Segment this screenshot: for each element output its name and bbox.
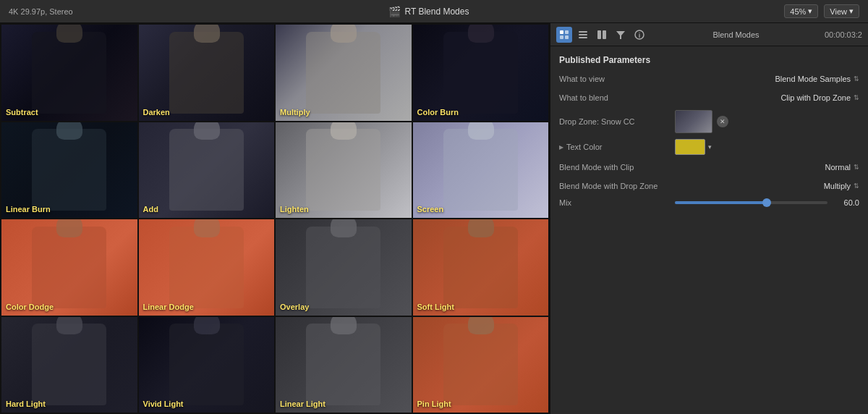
inspector-content: Published Parameters What to view Blend … xyxy=(550,46,868,414)
film-icon: 🎬 xyxy=(388,6,401,17)
video-cell-12[interactable]: Hard Light xyxy=(1,317,137,413)
mix-label: Mix xyxy=(559,198,675,207)
main-content: Subtract Darken Multiply xyxy=(0,23,868,414)
svg-rect-1 xyxy=(565,30,569,34)
video-cell-14[interactable]: Linear Light xyxy=(276,317,412,413)
dropdown-arrow-blend: ⇅ xyxy=(854,94,859,101)
param-label-view: What to view xyxy=(559,75,675,83)
cell-label-1: Darken xyxy=(143,108,170,117)
svg-rect-4 xyxy=(579,31,587,33)
title-section: 🎬 RT Blend Modes xyxy=(388,6,469,17)
inspector-icon-info[interactable]: i xyxy=(631,27,647,43)
drop-zone-label: Drop Zone: Snow CC xyxy=(559,117,675,126)
video-cell-10[interactable]: Overlay xyxy=(276,219,412,316)
cell-label-14: Linear Light xyxy=(280,400,326,408)
cell-label-9: Linear Dodge xyxy=(143,303,194,311)
cell-label-10: Overlay xyxy=(280,303,309,311)
project-title: RT Blend Modes xyxy=(405,7,469,17)
mix-slider-fill xyxy=(675,201,767,204)
video-cell-0[interactable]: Subtract xyxy=(1,25,137,121)
color-control: ▾ xyxy=(675,139,712,155)
param-value-blend[interactable]: Clip with Drop Zone ⇅ xyxy=(675,93,859,102)
cell-label-6: Lighten xyxy=(280,205,309,214)
top-bar: 4K 29.97p, Stereo 🎬 RT Blend Modes 45% ▾… xyxy=(0,0,868,23)
cell-label-13: Vivid Light xyxy=(143,400,184,408)
param-value-blend-dropzone[interactable]: Multiply ⇅ xyxy=(675,182,859,190)
svg-marker-9 xyxy=(616,31,625,39)
video-cell-8[interactable]: Color Dodge xyxy=(1,219,137,316)
cell-label-15: Pin Light xyxy=(417,400,451,408)
mix-value: 60.0 xyxy=(833,198,859,207)
inspector-icon-grid[interactable] xyxy=(594,27,610,43)
dropdown-arrow-view: ⇅ xyxy=(854,75,859,83)
param-value-blend-clip[interactable]: Normal ⇅ xyxy=(675,163,859,172)
svg-rect-8 xyxy=(603,30,606,39)
mix-row: Mix 60.0 xyxy=(550,195,868,210)
param-row-blend-dropzone: Blend Mode with Drop Zone Multiply ⇅ xyxy=(550,177,868,195)
dropdown-arrow-blend-dropzone: ⇅ xyxy=(854,182,859,190)
video-cell-3[interactable]: Color Burn xyxy=(413,25,549,121)
video-cell-4[interactable]: Linear Burn xyxy=(1,122,137,219)
text-color-label: ▶ Text Color xyxy=(559,143,675,151)
svg-text:i: i xyxy=(639,32,641,39)
inspector-icon-active[interactable] xyxy=(556,27,572,43)
inspector-toolbar: i Blend Modes 00:00:03:2 xyxy=(550,23,868,46)
inspector-icon-list[interactable] xyxy=(575,27,591,43)
video-cell-1[interactable]: Darken xyxy=(139,25,275,121)
cell-label-4: Linear Burn xyxy=(6,205,51,214)
video-grid: Subtract Darken Multiply xyxy=(0,23,550,414)
param-value-view[interactable]: Blend Mode Samples ⇅ xyxy=(675,75,859,83)
cell-label-2: Multiply xyxy=(280,108,310,117)
inspector-icons: i xyxy=(556,27,647,43)
cell-label-3: Color Burn xyxy=(417,108,459,117)
inspector-icon-filter[interactable] xyxy=(613,27,629,43)
drop-zone-thumbnail[interactable] xyxy=(675,110,712,133)
section-header: Published Parameters xyxy=(550,52,868,69)
top-bar-right: 45% ▾ View ▾ xyxy=(784,4,859,18)
svg-rect-3 xyxy=(565,35,569,39)
video-cell-6[interactable]: Lighten xyxy=(276,122,412,219)
cell-label-5: Add xyxy=(143,205,158,214)
mix-slider-container: 60.0 xyxy=(675,198,859,207)
zoom-button[interactable]: 45% ▾ xyxy=(784,4,818,18)
video-cell-5[interactable]: Add xyxy=(139,122,275,219)
mix-slider-track[interactable] xyxy=(675,201,827,204)
cell-label-12: Hard Light xyxy=(6,400,46,408)
color-swatch[interactable] xyxy=(675,139,705,155)
inspector-time: 00:00:03:2 xyxy=(825,30,862,39)
param-row-what-to-blend: What to blend Clip with Drop Zone ⇅ xyxy=(550,88,868,107)
drop-zone-controls: ✕ xyxy=(675,110,728,133)
svg-rect-2 xyxy=(560,35,563,39)
drop-zone-clear-button[interactable]: ✕ xyxy=(717,116,728,127)
mix-slider-thumb[interactable] xyxy=(762,198,771,207)
view-button[interactable]: View ▾ xyxy=(824,4,859,18)
text-color-row: ▶ Text Color ▾ xyxy=(550,136,868,158)
format-label: 4K 29.97p, Stereo xyxy=(9,7,73,16)
color-dropdown-arrow[interactable]: ▾ xyxy=(708,143,712,151)
svg-rect-5 xyxy=(579,34,587,35)
video-cell-11[interactable]: Soft Light xyxy=(413,219,549,316)
cell-label-0: Subtract xyxy=(6,108,38,117)
inspector-panel: i Blend Modes 00:00:03:2 Published Param… xyxy=(550,23,868,414)
expand-arrow-icon[interactable]: ▶ xyxy=(559,144,563,151)
cell-label-8: Color Dodge xyxy=(6,303,54,311)
video-cell-15[interactable]: Pin Light xyxy=(413,317,549,413)
param-row-what-to-view: What to view Blend Mode Samples ⇅ xyxy=(550,69,868,88)
inspector-title: Blend Modes xyxy=(712,30,759,39)
video-cell-7[interactable]: Screen xyxy=(413,122,549,219)
drop-zone-row: Drop Zone: Snow CC ✕ xyxy=(550,107,868,136)
param-label-blend: What to blend xyxy=(559,93,675,102)
cell-label-11: Soft Light xyxy=(417,303,454,311)
svg-rect-7 xyxy=(597,30,601,39)
param-label-blend-dropzone: Blend Mode with Drop Zone xyxy=(559,182,675,190)
cell-label-7: Screen xyxy=(417,205,444,214)
param-row-blend-clip: Blend Mode with Clip Normal ⇅ xyxy=(550,158,868,177)
svg-rect-6 xyxy=(579,37,587,38)
video-cell-13[interactable]: Vivid Light xyxy=(139,317,275,413)
dropdown-arrow-blend-clip: ⇅ xyxy=(854,164,859,171)
video-cell-2[interactable]: Multiply xyxy=(276,25,412,121)
param-label-blend-clip: Blend Mode with Clip xyxy=(559,163,675,172)
video-cell-9[interactable]: Linear Dodge xyxy=(139,219,275,316)
svg-rect-0 xyxy=(560,30,563,34)
